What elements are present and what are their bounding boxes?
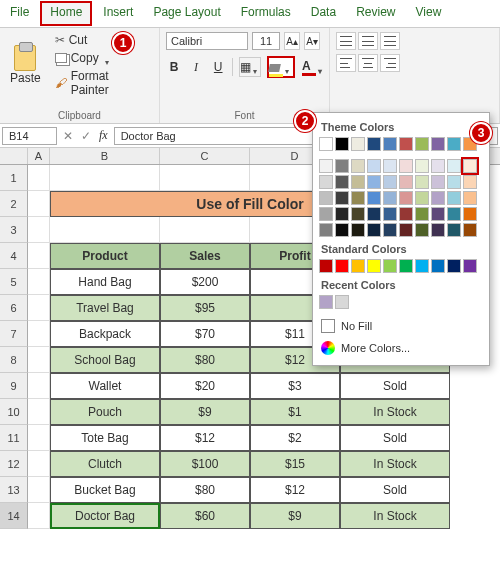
color-swatch[interactable] xyxy=(431,175,445,189)
menu-data[interactable]: Data xyxy=(301,0,346,27)
color-swatch[interactable] xyxy=(383,207,397,221)
row-header[interactable]: 13 xyxy=(0,477,28,503)
col-header-a[interactable]: A xyxy=(28,148,50,164)
cell[interactable]: Doctor Bag xyxy=(50,503,160,529)
row-header[interactable]: 8 xyxy=(0,347,28,373)
color-swatch[interactable] xyxy=(463,159,477,173)
cell[interactable]: Pouch xyxy=(50,399,160,425)
font-color-button[interactable]: A xyxy=(301,57,323,77)
copy-dropdown-icon[interactable] xyxy=(105,54,113,62)
more-colors-button[interactable]: More Colors... xyxy=(319,337,483,359)
row-header[interactable]: 14 xyxy=(0,503,28,529)
color-swatch[interactable] xyxy=(335,295,349,309)
color-swatch[interactable] xyxy=(319,223,333,237)
cell[interactable]: $9 xyxy=(250,503,340,529)
color-swatch[interactable] xyxy=(367,191,381,205)
color-swatch[interactable] xyxy=(447,137,461,151)
bold-button[interactable]: B xyxy=(166,57,182,77)
format-painter-button[interactable]: 🖌Format Painter xyxy=(51,68,153,98)
color-swatch[interactable] xyxy=(383,223,397,237)
color-swatch[interactable] xyxy=(447,207,461,221)
increase-font-button[interactable]: A▴ xyxy=(284,32,300,50)
color-swatch[interactable] xyxy=(335,159,349,173)
color-swatch[interactable] xyxy=(319,175,333,189)
color-swatch[interactable] xyxy=(335,137,349,151)
align-top-button[interactable] xyxy=(336,32,356,50)
color-swatch[interactable] xyxy=(383,259,397,273)
color-swatch[interactable] xyxy=(415,259,429,273)
color-swatch[interactable] xyxy=(367,223,381,237)
cell[interactable]: $80 xyxy=(160,347,250,373)
color-swatch[interactable] xyxy=(431,137,445,151)
cell[interactable]: $60 xyxy=(160,503,250,529)
color-swatch[interactable] xyxy=(319,159,333,173)
cell[interactable]: $70 xyxy=(160,321,250,347)
color-swatch[interactable] xyxy=(399,207,413,221)
cell[interactable]: Wallet xyxy=(50,373,160,399)
cell[interactable]: $2 xyxy=(250,425,340,451)
col-header-b[interactable]: B xyxy=(50,148,160,164)
color-swatch[interactable] xyxy=(431,207,445,221)
color-swatch[interactable] xyxy=(351,207,365,221)
color-swatch[interactable] xyxy=(463,175,477,189)
color-swatch[interactable] xyxy=(351,259,365,273)
color-swatch[interactable] xyxy=(367,175,381,189)
cell[interactable]: Sold xyxy=(340,425,450,451)
color-swatch[interactable] xyxy=(367,137,381,151)
color-swatch[interactable] xyxy=(431,223,445,237)
row-header[interactable]: 5 xyxy=(0,269,28,295)
underline-button[interactable]: U xyxy=(210,57,226,77)
color-swatch[interactable] xyxy=(351,137,365,151)
color-swatch[interactable] xyxy=(319,259,333,273)
cell[interactable]: Tote Bag xyxy=(50,425,160,451)
color-swatch[interactable] xyxy=(431,191,445,205)
color-swatch[interactable] xyxy=(447,259,461,273)
cell[interactable]: In Stock xyxy=(340,451,450,477)
cell[interactable]: In Stock xyxy=(340,503,450,529)
fx-icon[interactable]: fx xyxy=(99,128,108,143)
row-header[interactable]: 9 xyxy=(0,373,28,399)
color-swatch[interactable] xyxy=(383,137,397,151)
align-middle-button[interactable] xyxy=(358,32,378,50)
color-swatch[interactable] xyxy=(415,159,429,173)
color-swatch[interactable] xyxy=(399,175,413,189)
color-swatch[interactable] xyxy=(335,207,349,221)
menu-home[interactable]: Home xyxy=(40,1,92,26)
color-swatch[interactable] xyxy=(383,191,397,205)
menu-file[interactable]: File xyxy=(0,0,39,27)
cell[interactable]: $12 xyxy=(160,425,250,451)
color-swatch[interactable] xyxy=(447,159,461,173)
cell[interactable]: Bucket Bag xyxy=(50,477,160,503)
header-product[interactable]: Product xyxy=(50,243,160,269)
color-swatch[interactable] xyxy=(447,175,461,189)
color-swatch[interactable] xyxy=(335,259,349,273)
cell[interactable]: $95 xyxy=(160,295,250,321)
menu-review[interactable]: Review xyxy=(346,0,405,27)
cell[interactable]: School Bag xyxy=(50,347,160,373)
cell[interactable]: Backpack xyxy=(50,321,160,347)
font-name-select[interactable]: Calibri xyxy=(166,32,248,50)
cell[interactable]: Sold xyxy=(340,477,450,503)
color-swatch[interactable] xyxy=(367,159,381,173)
borders-button[interactable]: ▦ xyxy=(239,57,261,77)
cell[interactable]: $15 xyxy=(250,451,340,477)
row-header[interactable]: 6 xyxy=(0,295,28,321)
cell[interactable]: $100 xyxy=(160,451,250,477)
color-swatch[interactable] xyxy=(319,295,333,309)
name-box[interactable]: B14 xyxy=(2,127,57,145)
italic-button[interactable]: I xyxy=(188,57,204,77)
menu-view[interactable]: View xyxy=(406,0,452,27)
cell[interactable]: $20 xyxy=(160,373,250,399)
color-swatch[interactable] xyxy=(335,223,349,237)
row-header[interactable]: 12 xyxy=(0,451,28,477)
color-swatch[interactable] xyxy=(383,159,397,173)
cell[interactable]: $9 xyxy=(160,399,250,425)
cell[interactable]: $3 xyxy=(250,373,340,399)
color-swatch[interactable] xyxy=(415,137,429,151)
cell[interactable]: Travel Bag xyxy=(50,295,160,321)
color-swatch[interactable] xyxy=(431,259,445,273)
color-swatch[interactable] xyxy=(415,223,429,237)
menu-pagelayout[interactable]: Page Layout xyxy=(143,0,230,27)
row-header[interactable]: 7 xyxy=(0,321,28,347)
color-swatch[interactable] xyxy=(415,175,429,189)
